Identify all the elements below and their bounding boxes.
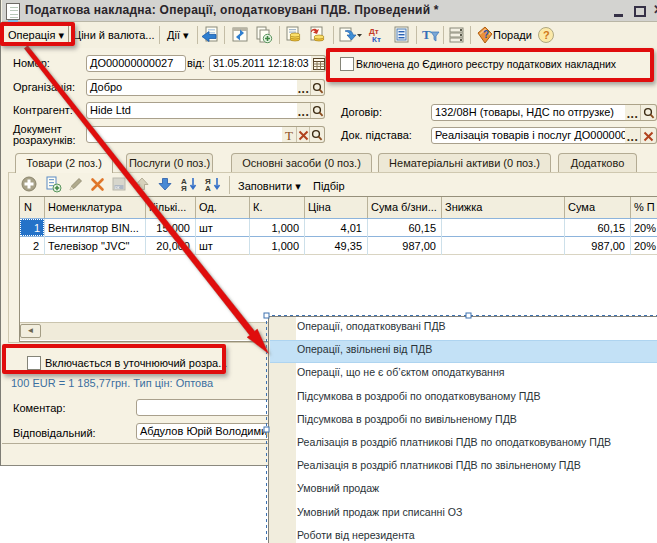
svg-text:Я: Я: [181, 184, 187, 192]
svg-text:T: T: [422, 27, 431, 42]
svg-text:?: ?: [543, 29, 550, 41]
svg-text:ок: ок: [115, 185, 120, 190]
svg-text:?: ?: [483, 29, 489, 40]
svg-text:А: А: [205, 184, 211, 192]
svg-text:Кт: Кт: [372, 35, 381, 44]
